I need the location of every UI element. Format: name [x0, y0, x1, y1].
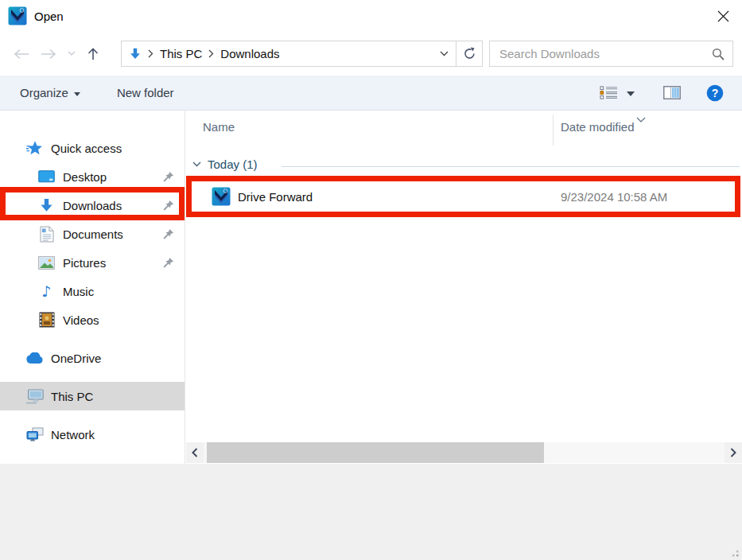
list-view-icon: [600, 86, 619, 99]
pin-icon: [163, 200, 174, 211]
dialog-footer: File name: Text file Open Cancel: [0, 464, 742, 560]
desktop-icon: [37, 168, 56, 186]
pin-icon: [163, 171, 174, 182]
sidebar-item-documents[interactable]: Documents: [0, 220, 185, 248]
address-bar[interactable]: This PC Downloads: [121, 41, 456, 67]
up-button[interactable]: [81, 41, 105, 68]
sidebar-group-gap: [0, 372, 185, 382]
sidebar-item-desktop[interactable]: Desktop: [0, 162, 185, 191]
organize-label: Organize: [20, 86, 68, 99]
column-header-date-modified[interactable]: Date modified: [561, 120, 635, 134]
breadcrumb-this-pc[interactable]: This PC: [153, 47, 208, 60]
network-icon: [25, 426, 44, 444]
group-header-today[interactable]: Today (1): [192, 158, 258, 171]
organize-caret-icon: [74, 92, 80, 96]
sidebar-item-label: Network: [51, 428, 95, 441]
sidebar-item-label: Music: [63, 285, 94, 298]
toolbar-right-group: ?: [600, 84, 724, 102]
document-icon: [37, 225, 56, 243]
sidebar-item-label: Quick access: [51, 142, 122, 155]
drive-forward-app-icon: [212, 187, 231, 206]
breadcrumb-separator-icon: [148, 49, 153, 58]
open-dialog-window: Open: [0, 0, 742, 560]
sidebar-item-network[interactable]: Network: [0, 420, 185, 449]
scrollbar-thumb[interactable]: [207, 442, 544, 463]
refresh-icon: [463, 47, 476, 60]
sidebar-item-videos[interactable]: Videos: [0, 305, 185, 334]
column-header-name[interactable]: Name: [203, 120, 235, 134]
back-button[interactable]: [8, 41, 35, 68]
search-box: [489, 41, 733, 67]
organize-button[interactable]: Organize: [20, 86, 80, 99]
sidebar-item-downloads[interactable]: Downloads: [0, 191, 185, 220]
search-icon[interactable]: [712, 48, 725, 60]
svg-text:?: ?: [712, 87, 719, 99]
file-name: Drive Forward: [238, 190, 313, 204]
sidebar-group-gap: [0, 334, 185, 344]
up-arrow-icon: [87, 47, 99, 61]
scroll-right-button[interactable]: [725, 442, 742, 463]
horizontal-scrollbar: [186, 442, 742, 463]
scroll-left-button[interactable]: [186, 442, 204, 463]
change-view-button[interactable]: [600, 86, 635, 99]
preview-pane-icon: [663, 86, 681, 99]
close-icon: [717, 10, 729, 22]
sidebar-item-onedrive[interactable]: OneDrive: [0, 344, 185, 372]
downloads-folder-icon: [129, 48, 142, 60]
sidebar-item-label: Downloads: [63, 199, 122, 212]
sidebar-item-this-pc[interactable]: This PC: [0, 382, 185, 410]
breadcrumb-downloads[interactable]: Downloads: [214, 47, 286, 60]
sidebar-item-label: Pictures: [63, 256, 106, 270]
search-input[interactable]: [498, 46, 712, 61]
sidebar-group-gap: [0, 410, 185, 420]
file-date-modified: 9/23/2024 10:58 AM: [561, 190, 667, 204]
sidebar-item-label: Desktop: [63, 170, 107, 184]
address-dropdown-chevron-icon[interactable]: [440, 51, 449, 56]
sidebar-item-label: This PC: [51, 390, 93, 403]
music-note-icon: ♪: [37, 282, 56, 301]
group-collapse-chevron-icon[interactable]: [192, 161, 201, 167]
sidebar-item-music[interactable]: ♪ Music: [0, 277, 185, 305]
sidebar-item-label: Videos: [63, 313, 99, 327]
title-bar: Open: [0, 0, 742, 32]
film-strip-icon: [37, 311, 56, 329]
breadcrumb-separator-icon: [208, 49, 214, 58]
window-title: Open: [34, 10, 64, 23]
quick-access-star-icon: [25, 139, 44, 158]
refresh-button[interactable]: [456, 41, 483, 67]
forward-arrow-icon: [40, 49, 57, 60]
recent-locations-button[interactable]: [62, 41, 81, 68]
app-logo-icon: [8, 6, 27, 25]
sidebar-item-label: OneDrive: [51, 352, 101, 365]
file-list-panel: Name Date modified Today (1) Drive Forwa…: [186, 111, 742, 464]
pin-icon: [163, 257, 174, 268]
sidebar-item-label: Documents: [63, 228, 123, 241]
sort-direction-icon[interactable]: [636, 111, 646, 125]
forward-button[interactable]: [35, 41, 62, 68]
computer-icon: [25, 387, 44, 406]
group-divider-line: [282, 166, 740, 167]
close-button[interactable]: [705, 0, 740, 32]
help-button[interactable]: ?: [706, 84, 724, 102]
group-label: Today (1): [208, 158, 258, 171]
pin-icon: [163, 228, 174, 239]
picture-icon: [37, 254, 56, 272]
back-arrow-icon: [13, 49, 30, 60]
file-row-drive-forward[interactable]: Drive Forward 9/23/2024 10:58 AM: [192, 181, 736, 212]
downloads-icon: [37, 196, 56, 215]
new-folder-label: New folder: [117, 86, 174, 99]
scrollbar-track[interactable]: [204, 442, 725, 463]
help-icon: ?: [706, 84, 724, 102]
new-folder-button[interactable]: New folder: [117, 86, 174, 99]
command-toolbar: Organize New folder: [0, 76, 742, 111]
navigation-bar: This PC Downloads: [0, 32, 742, 76]
column-separator[interactable]: [553, 115, 554, 146]
cloud-icon: [25, 349, 44, 368]
sidebar-item-quick-access[interactable]: Quick access: [0, 134, 185, 162]
sidebar-item-pictures[interactable]: Pictures: [0, 248, 185, 277]
preview-pane-button[interactable]: [663, 86, 681, 99]
navigation-sidebar: Quick access Desktop Downloads: [0, 111, 185, 464]
chevron-down-icon: [68, 51, 76, 56]
view-caret-icon: [627, 91, 635, 96]
resize-grip[interactable]: [728, 546, 740, 558]
